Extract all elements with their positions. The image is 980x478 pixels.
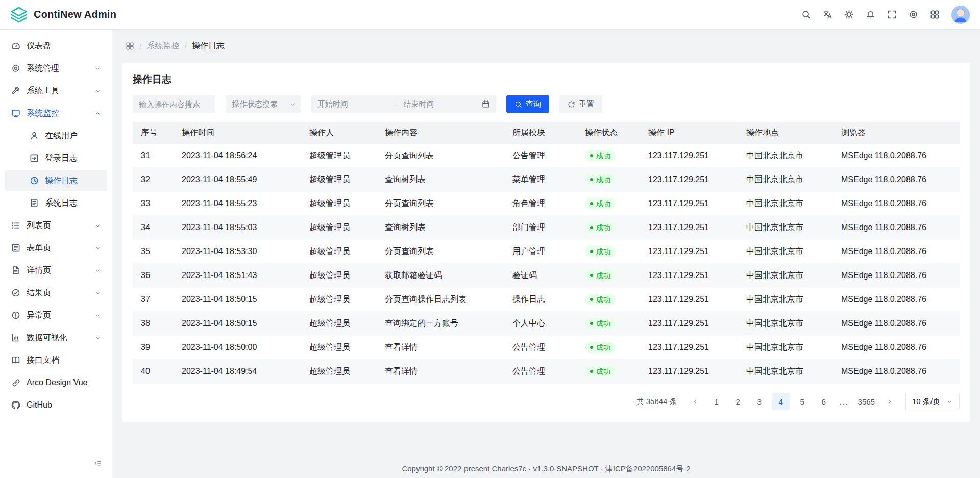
cell-browser: MSEdge 118.0.2088.76 xyxy=(833,360,960,384)
pagination-page-3565[interactable]: 3565 xyxy=(856,393,877,410)
cell-module: 角色管理 xyxy=(504,192,577,216)
user-avatar[interactable] xyxy=(951,6,970,24)
operation-log-card: 操作日志 操作状态搜索 开始时间 - 结束时间 查询 重置 xyxy=(122,63,970,422)
cell-module: 操作日志 xyxy=(504,288,577,312)
reset-button-label: 重置 xyxy=(579,99,594,109)
sidebar-collapse-button[interactable] xyxy=(90,456,105,471)
form-icon xyxy=(11,243,20,253)
pagination-page-2[interactable]: 2 xyxy=(729,393,747,410)
pagination-page-5[interactable]: 5 xyxy=(794,393,811,410)
cell-operator: 超级管理员 xyxy=(301,144,377,168)
sidebar-item-api-doc[interactable]: 接口文档 xyxy=(5,350,107,370)
cell-index: 32 xyxy=(133,168,174,192)
sidebar-item-list-page[interactable]: 列表页 xyxy=(5,215,107,236)
notification-button[interactable] xyxy=(861,5,880,24)
sidebar-item-label: 详情页 xyxy=(27,265,51,276)
status-label: 成功 xyxy=(596,247,610,256)
logo-area: ContiNew Admin xyxy=(10,6,116,23)
page-size-label: 10 条/页 xyxy=(912,397,940,407)
sidebar-item-github[interactable]: GitHub xyxy=(5,395,107,415)
widgets-button[interactable] xyxy=(925,5,944,24)
breadcrumb-item-system-monitor[interactable]: 系统监控 xyxy=(146,41,179,52)
cell-time: 2023-11-04 18:50:00 xyxy=(174,336,301,360)
search-icon xyxy=(514,100,522,108)
sidebar-item-label: 列表页 xyxy=(27,220,51,231)
sidebar-item-exception-page[interactable]: 异常页 xyxy=(5,305,107,325)
table-row: 372023-11-04 18:50:15超级管理员分页查询操作日志列表操作日志… xyxy=(133,288,960,312)
pagination-page-1[interactable]: 1 xyxy=(708,393,725,410)
cell-time: 2023-11-04 18:51:43 xyxy=(174,264,301,288)
search-button[interactable] xyxy=(796,5,816,24)
cell-module: 部门管理 xyxy=(504,216,577,240)
app-header: ContiNew Admin xyxy=(0,0,980,30)
pagination-page-6[interactable]: 6 xyxy=(815,393,832,410)
operation-content-search-input[interactable] xyxy=(133,95,215,113)
theme-button[interactable] xyxy=(839,5,859,24)
pagination-next-button[interactable] xyxy=(881,393,898,410)
settings-icon xyxy=(909,10,918,19)
pagination-page-3[interactable]: 3 xyxy=(751,393,768,410)
operation-log-icon xyxy=(30,176,39,185)
pagination-prev-button[interactable] xyxy=(687,393,704,410)
settings-button[interactable] xyxy=(903,5,923,24)
status-dot-icon xyxy=(590,250,593,253)
cell-content: 查看详情 xyxy=(377,360,504,384)
sidebar-item-dashboard[interactable]: 仪表盘 xyxy=(5,36,107,56)
sidebar-item-form-page[interactable]: 表单页 xyxy=(5,238,107,258)
cell-content: 分页查询列表 xyxy=(377,144,504,168)
status-dot-icon xyxy=(590,226,593,229)
sidebar-item-result-page[interactable]: 结果页 xyxy=(5,283,107,303)
cell-time: 2023-11-04 18:55:03 xyxy=(174,216,301,240)
widgets-icon xyxy=(930,10,940,19)
page-size-select[interactable]: 10 条/页 xyxy=(905,393,960,410)
sidebar-item-arco-design-vue[interactable]: Arco Design Vue xyxy=(5,372,107,393)
cell-time: 2023-11-04 18:55:49 xyxy=(174,168,301,192)
search-button-label: 查询 xyxy=(526,99,541,109)
sidebar-item-system-management[interactable]: 系统管理 xyxy=(5,58,107,79)
status-label: 成功 xyxy=(596,271,610,280)
sidebar-item-system-tools[interactable]: 系统工具 xyxy=(5,81,107,101)
sidebar-item-system-monitor[interactable]: 系统监控 xyxy=(5,103,107,123)
status-dot-icon xyxy=(590,346,593,349)
cell-status: 成功 xyxy=(577,240,640,264)
sidebar-item-label: 表单页 xyxy=(27,243,51,254)
login-log-icon xyxy=(30,154,39,163)
breadcrumb-separator: / xyxy=(184,42,186,51)
sidebar-item-system-log[interactable]: 系统日志 xyxy=(5,193,107,213)
apps-icon[interactable] xyxy=(126,42,134,51)
sidebar-item-login-log[interactable]: 登录日志 xyxy=(5,148,107,168)
reset-button[interactable]: 重置 xyxy=(559,95,602,113)
cell-time: 2023-11-04 18:50:15 xyxy=(174,312,301,336)
cell-operator: 超级管理员 xyxy=(301,360,377,384)
cell-content: 获取邮箱验证码 xyxy=(377,264,504,288)
status-label: 成功 xyxy=(596,175,610,184)
translate-button[interactable] xyxy=(818,5,837,24)
pagination-total: 共 35644 条 xyxy=(636,397,677,407)
fullscreen-button[interactable] xyxy=(882,5,901,24)
column-header: 操作人 xyxy=(301,122,377,144)
sidebar-item-online-users[interactable]: 在线用户 xyxy=(5,125,107,146)
operation-status-select[interactable]: 操作状态搜索 xyxy=(226,95,301,113)
settings-icon xyxy=(11,64,20,73)
sidebar-item-label: 仪表盘 xyxy=(27,41,51,52)
column-header: 所属模块 xyxy=(504,122,577,144)
chevron-up-icon xyxy=(94,110,101,117)
sidebar-item-operation-log[interactable]: 操作日志 xyxy=(5,170,107,191)
chart-icon xyxy=(11,333,20,342)
cell-index: 40 xyxy=(133,360,174,384)
date-range-picker[interactable]: 开始时间 - 结束时间 xyxy=(311,95,496,113)
cell-index: 36 xyxy=(133,264,174,288)
status-label: 成功 xyxy=(596,223,610,232)
pagination-page-4[interactable]: 4 xyxy=(772,393,790,410)
pagination-ellipsis[interactable]: ... xyxy=(837,397,852,406)
search-button[interactable]: 查询 xyxy=(506,95,549,113)
cell-browser: MSEdge 118.0.2088.76 xyxy=(833,240,960,264)
cell-ip: 123.117.129.251 xyxy=(640,240,738,264)
sidebar-item-detail-page[interactable]: 详情页 xyxy=(5,260,107,281)
system-log-icon xyxy=(30,198,39,208)
cell-ip: 123.117.129.251 xyxy=(640,192,738,216)
status-dot-icon xyxy=(590,274,593,277)
result-icon xyxy=(11,288,20,297)
sidebar-item-data-visualization[interactable]: 数据可视化 xyxy=(5,328,107,348)
tools-icon xyxy=(11,86,20,95)
